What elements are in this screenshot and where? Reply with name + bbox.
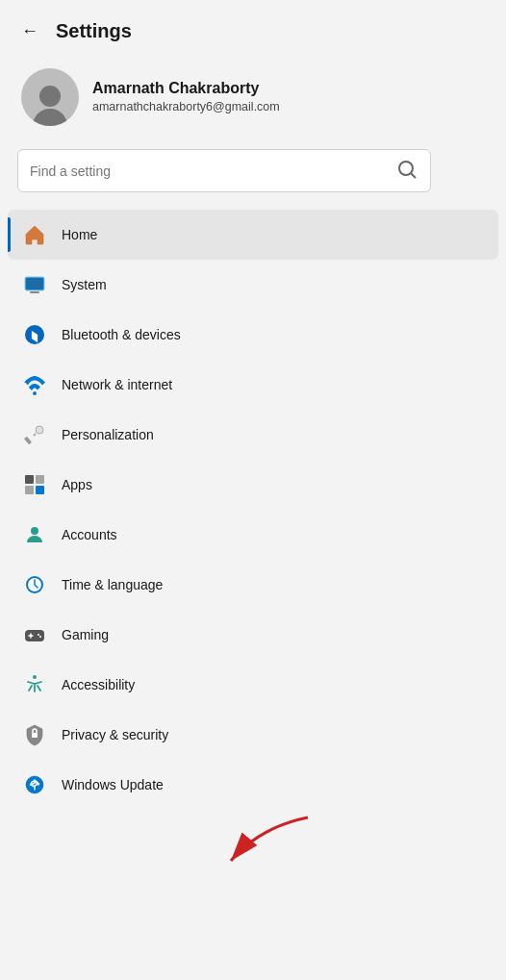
- svg-rect-16: [25, 630, 44, 641]
- privacy-icon: [21, 721, 48, 748]
- sidebar-item-network[interactable]: Network & internet: [8, 360, 498, 410]
- sidebar-item-personalization[interactable]: Personalization: [8, 410, 498, 460]
- sidebar-item-update[interactable]: Windows Update: [8, 760, 498, 810]
- network-icon: [21, 371, 48, 398]
- bluetooth-icon: [21, 321, 48, 348]
- system-icon: [21, 271, 48, 298]
- sidebar-item-label-gaming: Gaming: [62, 627, 109, 642]
- search-container: [0, 143, 506, 210]
- profile-info: Amarnath Chakraborty amarnathchakraborty…: [92, 79, 280, 115]
- sidebar-item-home[interactable]: Home: [8, 210, 498, 260]
- personalization-icon: [21, 421, 48, 448]
- sidebar-item-label-update: Windows Update: [62, 777, 164, 792]
- page-title: Settings: [56, 20, 132, 42]
- avatar-body: [33, 109, 67, 126]
- sidebar-item-label-bluetooth: Bluetooth & devices: [62, 327, 181, 342]
- svg-point-19: [33, 675, 37, 679]
- back-button[interactable]: ←: [17, 17, 46, 45]
- svg-rect-7: [24, 437, 32, 445]
- svg-rect-4: [26, 278, 43, 289]
- svg-point-6: [33, 391, 37, 395]
- profile-name: Amarnath Chakraborty: [92, 79, 280, 99]
- svg-rect-12: [36, 486, 44, 494]
- search-input[interactable]: [30, 163, 388, 179]
- svg-rect-9: [25, 475, 34, 484]
- sidebar-item-accounts[interactable]: Accounts: [8, 510, 498, 560]
- svg-rect-3: [30, 291, 39, 293]
- sidebar-item-privacy[interactable]: Privacy & security: [8, 710, 498, 760]
- sidebar-item-time[interactable]: Time & language: [8, 560, 498, 610]
- svg-point-0: [399, 162, 413, 175]
- time-icon: [21, 571, 48, 598]
- svg-rect-20: [32, 733, 38, 738]
- sidebar-item-label-home: Home: [62, 227, 97, 242]
- header: ← Settings: [0, 0, 506, 55]
- accounts-icon: [21, 521, 48, 548]
- sidebar-item-label-time: Time & language: [62, 577, 163, 592]
- profile-section[interactable]: Amarnath Chakraborty amarnathchakraborty…: [0, 55, 506, 143]
- sidebar-item-gaming[interactable]: Gaming: [8, 610, 498, 660]
- svg-point-8: [36, 426, 43, 434]
- sidebar-item-system[interactable]: System: [8, 260, 498, 310]
- sidebar-item-label-accessibility: Accessibility: [62, 677, 135, 692]
- sidebar-item-label-privacy: Privacy & security: [62, 727, 168, 742]
- sidebar-item-bluetooth[interactable]: Bluetooth & devices: [8, 310, 498, 360]
- svg-rect-11: [25, 486, 34, 494]
- search-icon: [395, 158, 418, 184]
- svg-point-13: [31, 527, 38, 535]
- svg-point-18: [39, 636, 41, 638]
- avatar-head: [39, 86, 61, 107]
- svg-rect-10: [36, 475, 44, 484]
- search-box[interactable]: [17, 149, 431, 192]
- nav-list: HomeSystemBluetooth & devicesNetwork & i…: [0, 210, 506, 810]
- avatar: [21, 68, 79, 126]
- sidebar-item-label-personalization: Personalization: [62, 427, 154, 442]
- gaming-icon: [21, 621, 48, 648]
- sidebar-item-label-system: System: [62, 277, 107, 292]
- svg-point-17: [38, 634, 39, 636]
- sidebar-item-accessibility[interactable]: Accessibility: [8, 660, 498, 710]
- home-icon: [21, 221, 48, 248]
- update-icon: [21, 771, 48, 798]
- apps-icon: [21, 471, 48, 498]
- sidebar-item-label-apps: Apps: [62, 477, 92, 492]
- svg-point-21: [26, 776, 43, 793]
- arrow-annotation: [173, 808, 327, 885]
- sidebar-item-label-network: Network & internet: [62, 377, 172, 392]
- profile-email: amarnathchakraborty6@gmail.com: [92, 99, 280, 116]
- svg-line-1: [412, 174, 417, 179]
- accessibility-icon: [21, 671, 48, 698]
- sidebar-item-label-accounts: Accounts: [62, 527, 117, 542]
- sidebar-item-apps[interactable]: Apps: [8, 460, 498, 510]
